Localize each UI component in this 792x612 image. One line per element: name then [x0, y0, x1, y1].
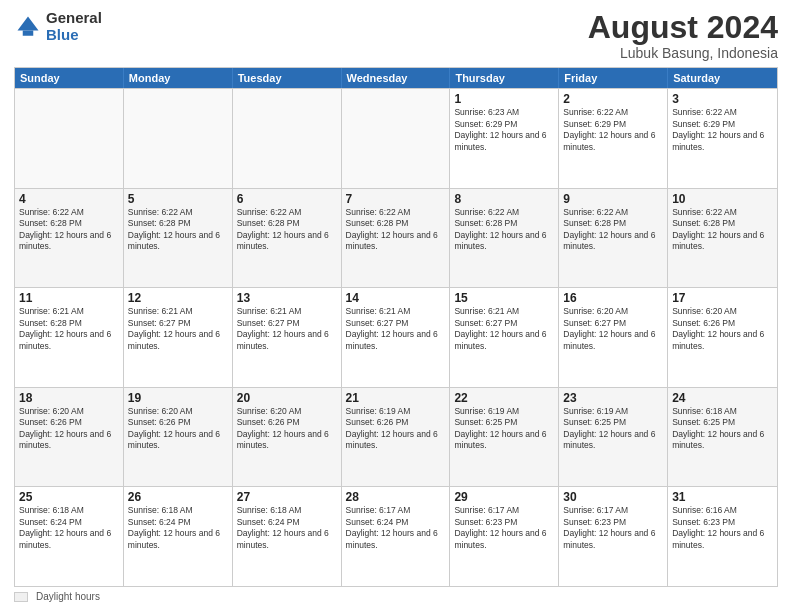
day-info: Sunrise: 6:22 AM Sunset: 6:28 PM Dayligh… — [237, 207, 337, 253]
cal-cell-12: 12Sunrise: 6:21 AM Sunset: 6:27 PM Dayli… — [124, 288, 233, 387]
cal-cell-16: 16Sunrise: 6:20 AM Sunset: 6:27 PM Dayli… — [559, 288, 668, 387]
day-info: Sunrise: 6:21 AM Sunset: 6:27 PM Dayligh… — [346, 306, 446, 352]
day-number: 30 — [563, 490, 663, 504]
cal-cell-30: 30Sunrise: 6:17 AM Sunset: 6:23 PM Dayli… — [559, 487, 668, 586]
day-info: Sunrise: 6:16 AM Sunset: 6:23 PM Dayligh… — [672, 505, 773, 551]
day-info: Sunrise: 6:21 AM Sunset: 6:28 PM Dayligh… — [19, 306, 119, 352]
calendar-row-4: 18Sunrise: 6:20 AM Sunset: 6:26 PM Dayli… — [15, 387, 777, 487]
legend-label: Daylight hours — [36, 591, 100, 602]
cal-cell-3: 3Sunrise: 6:22 AM Sunset: 6:29 PM Daylig… — [668, 89, 777, 188]
day-number: 23 — [563, 391, 663, 405]
day-info: Sunrise: 6:21 AM Sunset: 6:27 PM Dayligh… — [454, 306, 554, 352]
day-number: 11 — [19, 291, 119, 305]
day-info: Sunrise: 6:22 AM Sunset: 6:28 PM Dayligh… — [454, 207, 554, 253]
cal-cell-13: 13Sunrise: 6:21 AM Sunset: 6:27 PM Dayli… — [233, 288, 342, 387]
header: General Blue August 2024 Lubuk Basung, I… — [14, 10, 778, 61]
day-number: 13 — [237, 291, 337, 305]
header-cell-saturday: Saturday — [668, 68, 777, 88]
day-number: 29 — [454, 490, 554, 504]
day-info: Sunrise: 6:18 AM Sunset: 6:25 PM Dayligh… — [672, 406, 773, 452]
day-info: Sunrise: 6:18 AM Sunset: 6:24 PM Dayligh… — [128, 505, 228, 551]
legend-box — [14, 592, 28, 602]
logo-blue-text: Blue — [46, 27, 102, 44]
day-number: 25 — [19, 490, 119, 504]
day-number: 14 — [346, 291, 446, 305]
day-number: 9 — [563, 192, 663, 206]
day-info: Sunrise: 6:22 AM Sunset: 6:29 PM Dayligh… — [563, 107, 663, 153]
day-info: Sunrise: 6:23 AM Sunset: 6:29 PM Dayligh… — [454, 107, 554, 153]
day-number: 7 — [346, 192, 446, 206]
day-info: Sunrise: 6:22 AM Sunset: 6:28 PM Dayligh… — [672, 207, 773, 253]
day-number: 27 — [237, 490, 337, 504]
day-info: Sunrise: 6:17 AM Sunset: 6:24 PM Dayligh… — [346, 505, 446, 551]
day-info: Sunrise: 6:22 AM Sunset: 6:28 PM Dayligh… — [346, 207, 446, 253]
day-info: Sunrise: 6:20 AM Sunset: 6:27 PM Dayligh… — [563, 306, 663, 352]
day-number: 2 — [563, 92, 663, 106]
day-info: Sunrise: 6:22 AM Sunset: 6:29 PM Dayligh… — [672, 107, 773, 153]
day-number: 8 — [454, 192, 554, 206]
day-number: 24 — [672, 391, 773, 405]
legend: Daylight hours — [14, 591, 778, 602]
calendar-row-1: 1Sunrise: 6:23 AM Sunset: 6:29 PM Daylig… — [15, 88, 777, 188]
cal-cell-22: 22Sunrise: 6:19 AM Sunset: 6:25 PM Dayli… — [450, 388, 559, 487]
day-info: Sunrise: 6:20 AM Sunset: 6:26 PM Dayligh… — [672, 306, 773, 352]
day-number: 17 — [672, 291, 773, 305]
cal-cell-28: 28Sunrise: 6:17 AM Sunset: 6:24 PM Dayli… — [342, 487, 451, 586]
calendar-header: SundayMondayTuesdayWednesdayThursdayFrid… — [15, 68, 777, 88]
cal-cell-9: 9Sunrise: 6:22 AM Sunset: 6:28 PM Daylig… — [559, 189, 668, 288]
day-number: 18 — [19, 391, 119, 405]
cal-cell-2: 2Sunrise: 6:22 AM Sunset: 6:29 PM Daylig… — [559, 89, 668, 188]
cal-cell-27: 27Sunrise: 6:18 AM Sunset: 6:24 PM Dayli… — [233, 487, 342, 586]
cal-cell-10: 10Sunrise: 6:22 AM Sunset: 6:28 PM Dayli… — [668, 189, 777, 288]
cal-cell-6: 6Sunrise: 6:22 AM Sunset: 6:28 PM Daylig… — [233, 189, 342, 288]
day-number: 16 — [563, 291, 663, 305]
day-number: 15 — [454, 291, 554, 305]
location: Lubuk Basung, Indonesia — [588, 45, 778, 61]
day-info: Sunrise: 6:17 AM Sunset: 6:23 PM Dayligh… — [454, 505, 554, 551]
header-cell-thursday: Thursday — [450, 68, 559, 88]
day-info: Sunrise: 6:17 AM Sunset: 6:23 PM Dayligh… — [563, 505, 663, 551]
cal-cell-5: 5Sunrise: 6:22 AM Sunset: 6:28 PM Daylig… — [124, 189, 233, 288]
day-number: 19 — [128, 391, 228, 405]
cal-cell-20: 20Sunrise: 6:20 AM Sunset: 6:26 PM Dayli… — [233, 388, 342, 487]
day-info: Sunrise: 6:22 AM Sunset: 6:28 PM Dayligh… — [19, 207, 119, 253]
cal-cell-8: 8Sunrise: 6:22 AM Sunset: 6:28 PM Daylig… — [450, 189, 559, 288]
cal-cell-empty-0-3 — [342, 89, 451, 188]
logo: General Blue — [14, 10, 102, 43]
day-info: Sunrise: 6:21 AM Sunset: 6:27 PM Dayligh… — [237, 306, 337, 352]
cal-cell-7: 7Sunrise: 6:22 AM Sunset: 6:28 PM Daylig… — [342, 189, 451, 288]
day-number: 12 — [128, 291, 228, 305]
day-number: 31 — [672, 490, 773, 504]
cal-cell-23: 23Sunrise: 6:19 AM Sunset: 6:25 PM Dayli… — [559, 388, 668, 487]
day-number: 22 — [454, 391, 554, 405]
day-number: 26 — [128, 490, 228, 504]
cal-cell-empty-0-2 — [233, 89, 342, 188]
day-number: 5 — [128, 192, 228, 206]
cal-cell-15: 15Sunrise: 6:21 AM Sunset: 6:27 PM Dayli… — [450, 288, 559, 387]
day-number: 21 — [346, 391, 446, 405]
day-info: Sunrise: 6:20 AM Sunset: 6:26 PM Dayligh… — [237, 406, 337, 452]
day-info: Sunrise: 6:19 AM Sunset: 6:25 PM Dayligh… — [563, 406, 663, 452]
calendar-body: 1Sunrise: 6:23 AM Sunset: 6:29 PM Daylig… — [15, 88, 777, 586]
day-info: Sunrise: 6:22 AM Sunset: 6:28 PM Dayligh… — [128, 207, 228, 253]
day-number: 4 — [19, 192, 119, 206]
header-cell-wednesday: Wednesday — [342, 68, 451, 88]
day-number: 10 — [672, 192, 773, 206]
cal-cell-11: 11Sunrise: 6:21 AM Sunset: 6:28 PM Dayli… — [15, 288, 124, 387]
cal-cell-empty-0-1 — [124, 89, 233, 188]
cal-cell-1: 1Sunrise: 6:23 AM Sunset: 6:29 PM Daylig… — [450, 89, 559, 188]
calendar: SundayMondayTuesdayWednesdayThursdayFrid… — [14, 67, 778, 587]
cal-cell-18: 18Sunrise: 6:20 AM Sunset: 6:26 PM Dayli… — [15, 388, 124, 487]
logo-text: General Blue — [46, 10, 102, 43]
cal-cell-24: 24Sunrise: 6:18 AM Sunset: 6:25 PM Dayli… — [668, 388, 777, 487]
day-info: Sunrise: 6:19 AM Sunset: 6:25 PM Dayligh… — [454, 406, 554, 452]
page: General Blue August 2024 Lubuk Basung, I… — [0, 0, 792, 612]
header-cell-friday: Friday — [559, 68, 668, 88]
cal-cell-4: 4Sunrise: 6:22 AM Sunset: 6:28 PM Daylig… — [15, 189, 124, 288]
cal-cell-25: 25Sunrise: 6:18 AM Sunset: 6:24 PM Dayli… — [15, 487, 124, 586]
calendar-row-2: 4Sunrise: 6:22 AM Sunset: 6:28 PM Daylig… — [15, 188, 777, 288]
logo-icon — [14, 13, 42, 41]
day-info: Sunrise: 6:18 AM Sunset: 6:24 PM Dayligh… — [19, 505, 119, 551]
header-cell-tuesday: Tuesday — [233, 68, 342, 88]
day-info: Sunrise: 6:19 AM Sunset: 6:26 PM Dayligh… — [346, 406, 446, 452]
